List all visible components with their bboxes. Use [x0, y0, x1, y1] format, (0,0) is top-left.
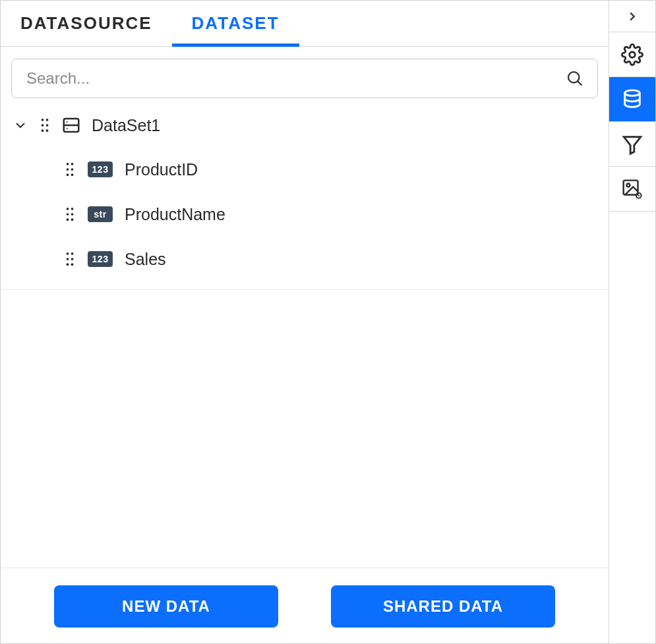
svg-marker-32 [624, 136, 641, 154]
search-input[interactable] [25, 69, 566, 88]
svg-point-27 [71, 258, 74, 260]
svg-point-25 [71, 252, 74, 255]
field-row[interactable]: str ProductName [64, 192, 609, 237]
chevron-down-icon[interactable] [13, 117, 28, 133]
bottom-bar: NEW DATA SHARED DATA [1, 568, 609, 643]
drag-handle-icon[interactable] [64, 160, 76, 179]
svg-point-21 [71, 213, 74, 216]
sidebar-data-button[interactable] [609, 77, 655, 122]
svg-point-14 [67, 168, 69, 171]
svg-point-31 [625, 90, 640, 96]
svg-point-16 [67, 173, 69, 176]
tab-dataset[interactable]: DATASET [172, 1, 299, 46]
svg-point-11 [67, 128, 68, 129]
svg-point-4 [42, 124, 44, 127]
svg-point-30 [630, 51, 636, 57]
filter-icon [621, 133, 643, 156]
tab-datasource[interactable]: DATASOURCE [1, 1, 172, 46]
svg-point-36 [638, 194, 640, 196]
svg-point-10 [67, 121, 68, 123]
field-name-label: ProductName [125, 205, 225, 224]
field-name-label: Sales [125, 250, 166, 269]
svg-point-28 [67, 263, 69, 266]
svg-point-20 [67, 213, 69, 216]
svg-point-23 [71, 218, 74, 221]
field-type-badge: 123 [88, 161, 113, 177]
svg-point-26 [67, 258, 69, 260]
database-icon [621, 88, 643, 111]
chevron-right-icon [625, 9, 640, 24]
svg-point-0 [568, 72, 579, 82]
svg-point-12 [67, 163, 69, 165]
svg-point-6 [42, 129, 44, 132]
svg-rect-33 [624, 180, 638, 194]
tab-bar: DATASOURCE DATASET [1, 1, 609, 47]
sidebar-collapse-button[interactable] [609, 1, 655, 32]
drag-handle-icon[interactable] [39, 116, 51, 134]
svg-point-19 [71, 208, 74, 210]
dataset-node[interactable]: DataSet1 [1, 111, 609, 147]
search-box[interactable] [11, 59, 598, 98]
svg-point-18 [67, 208, 69, 210]
field-type-badge: 123 [88, 251, 113, 267]
field-row[interactable]: 123 ProductID [64, 147, 609, 192]
svg-point-29 [71, 263, 74, 266]
svg-point-34 [627, 183, 630, 187]
dataset-icon [61, 115, 81, 135]
app-root: DATASOURCE DATASET [0, 0, 656, 644]
svg-point-7 [46, 129, 49, 132]
gear-icon [621, 44, 643, 66]
svg-point-5 [46, 124, 49, 127]
drag-handle-icon[interactable] [64, 250, 76, 268]
search-wrap [1, 47, 609, 111]
svg-line-1 [578, 81, 581, 85]
right-sidebar [609, 1, 655, 643]
svg-point-15 [71, 168, 74, 171]
dataset-name-label: DataSet1 [92, 116, 160, 135]
sidebar-image-button[interactable] [609, 167, 655, 212]
field-list: 123 ProductID str ProductName [1, 147, 609, 289]
sidebar-settings-button[interactable] [609, 32, 655, 77]
sidebar-filter-button[interactable] [609, 122, 655, 167]
dataset-tree: DataSet1 123 ProductID [1, 111, 609, 289]
svg-point-24 [67, 252, 69, 255]
svg-point-2 [42, 119, 44, 121]
svg-point-17 [71, 173, 74, 176]
drag-handle-icon[interactable] [64, 205, 76, 223]
field-type-badge: str [88, 206, 113, 222]
svg-point-13 [71, 163, 74, 165]
search-icon[interactable] [566, 69, 584, 88]
new-data-button[interactable]: NEW DATA [54, 585, 278, 628]
field-name-label: ProductID [125, 160, 198, 179]
spacer [1, 290, 609, 568]
svg-point-3 [46, 119, 49, 121]
image-settings-icon [621, 178, 643, 200]
svg-point-22 [67, 218, 69, 221]
field-row[interactable]: 123 Sales [64, 237, 609, 281]
shared-data-button[interactable]: SHARED DATA [331, 585, 555, 628]
main-panel: DATASOURCE DATASET [1, 1, 609, 643]
